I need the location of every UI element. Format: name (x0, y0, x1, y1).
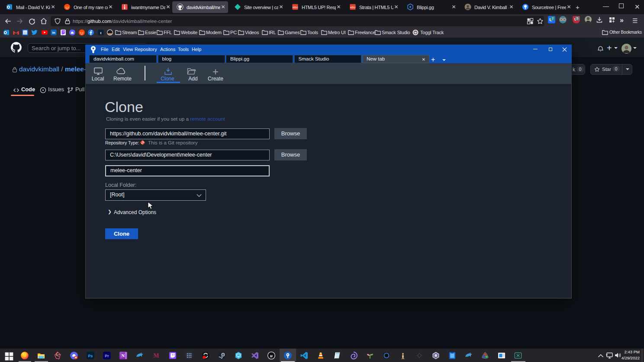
svg-text:HSU: HSU (350, 6, 356, 9)
svg-text:N: N (121, 353, 125, 358)
svg-text:Ps: Ps (88, 354, 93, 358)
svg-text:HSU: HSU (293, 6, 298, 9)
svg-text:t: t (100, 31, 102, 35)
svg-text:Pr: Pr (105, 354, 109, 358)
svg-text:in: in (52, 31, 55, 35)
svg-text:31: 31 (23, 31, 27, 34)
svg-text:M: M (154, 352, 159, 359)
svg-text:u: u (270, 353, 273, 358)
